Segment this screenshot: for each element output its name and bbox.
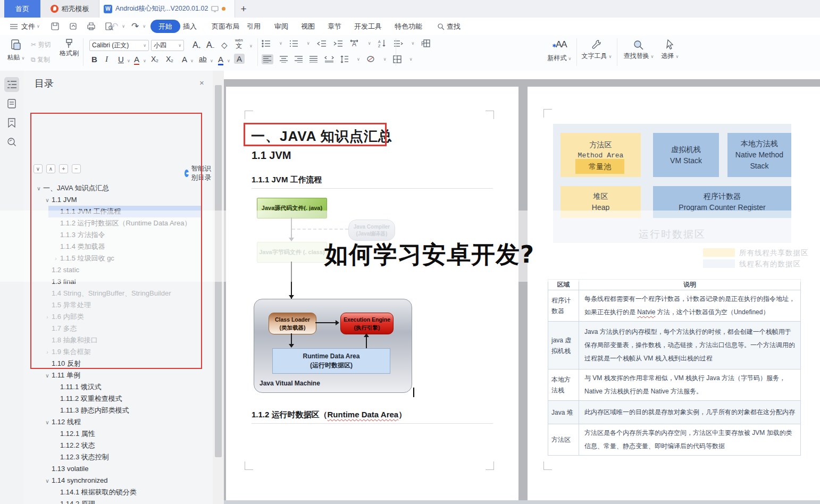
menu-tab-insert[interactable]: 插入	[183, 18, 197, 35]
chevron-down-icon[interactable]: ∨	[190, 58, 194, 63]
chevron-down-icon[interactable]: ∨	[383, 57, 387, 62]
tab-home[interactable]: 首页	[4, 0, 40, 18]
toc-chevron-icon[interactable]: ∨	[43, 417, 52, 428]
menu-tab-devtools[interactable]: 开发工具	[354, 18, 382, 35]
print-icon[interactable]	[87, 22, 96, 31]
superscript-button[interactable]: X2	[151, 55, 158, 63]
toc-item[interactable]: 1.13 volatile	[24, 463, 213, 475]
toc-item[interactable]: 1.14.2 原理	[24, 498, 213, 504]
menu-tab-section[interactable]: 章节	[328, 18, 341, 35]
char-shading-button[interactable]: A	[234, 54, 245, 64]
justify-button[interactable]	[309, 56, 318, 63]
chevron-down-icon[interactable]: ∨	[143, 58, 146, 63]
undo-dropdown-icon[interactable]: ∨	[122, 24, 125, 29]
menu-tab-start[interactable]: 开始	[150, 20, 180, 33]
tab-template[interactable]: 稻壳模板	[40, 0, 99, 18]
new-style-button[interactable]: ✱AA 新样式∨	[546, 39, 573, 63]
chevron-down-icon[interactable]: ∨	[357, 57, 360, 62]
close-icon[interactable]: ×	[199, 78, 204, 87]
toc-item[interactable]: 1.14.1 根据获取的锁分类	[24, 486, 213, 498]
menu-tab-review[interactable]: 审阅	[274, 18, 288, 35]
decrease-indent-icon[interactable]	[317, 40, 327, 47]
clear-format-icon[interactable]: ◇	[221, 40, 228, 50]
chevron-down-icon[interactable]: ∨	[249, 44, 253, 48]
increase-indent-icon[interactable]	[333, 40, 343, 47]
document-page-2[interactable]: 方法区 Method Area 常量池 虚拟机栈 VM Stack 本地方法栈 …	[528, 87, 820, 500]
redo-icon[interactable]: ↷	[131, 21, 139, 32]
format-painter-button[interactable]: 格式刷	[57, 38, 81, 58]
font-size-select[interactable]: 小四∨	[151, 40, 184, 51]
file-menu[interactable]: 文件 ∨	[10, 18, 40, 35]
show-marks-icon[interactable]	[394, 40, 403, 47]
chevron-down-icon[interactable]: ∨	[412, 41, 415, 46]
underline-button[interactable]: U	[118, 55, 124, 64]
new-tab-button[interactable]: +	[236, 1, 252, 16]
document-page-1[interactable]: 一、JAVA 知识点汇总 1.1 JVM 1.1.1 JVM 工作流程 Java…	[226, 87, 518, 500]
notes-panel-button[interactable]	[4, 96, 19, 111]
cut-button[interactable]: ✂ 剪切	[31, 40, 51, 49]
menu-tab-view[interactable]: 视图	[301, 18, 315, 35]
tab-document[interactable]: W Android核心知识...V2020.01.02	[99, 0, 235, 18]
strikethrough-button[interactable]: A	[134, 55, 139, 65]
chevron-down-icon[interactable]: ∨	[210, 58, 213, 63]
text-frame-icon[interactable]: F	[421, 39, 430, 47]
svg-text:A: A	[378, 40, 381, 44]
align-center-button[interactable]	[280, 56, 288, 63]
increase-font-button[interactable]: A+	[193, 40, 200, 50]
bullet-list-icon[interactable]	[262, 40, 271, 47]
sort-icon[interactable]: AZ	[378, 39, 387, 47]
char-scale-icon[interactable]: A	[350, 39, 359, 47]
text-effects-button[interactable]: A	[182, 55, 187, 64]
text-tool-button[interactable]: 文字工具∨	[580, 39, 614, 61]
select-button[interactable]: 选择∨	[658, 39, 682, 61]
toc-item[interactable]: ∨1.11 单例	[24, 369, 213, 381]
toc-item[interactable]: ∨1.14 synchronized	[24, 475, 213, 486]
italic-button[interactable]: I	[105, 55, 108, 64]
toc-item[interactable]: 1.11.1 饿汉式	[24, 381, 213, 393]
save-icon[interactable]	[51, 22, 60, 31]
export-icon[interactable]	[69, 22, 78, 31]
more-dropdown-icon[interactable]: ∨	[143, 24, 146, 29]
chevron-down-icon[interactable]: ∨	[368, 41, 371, 46]
font-color-button[interactable]: A	[218, 55, 223, 65]
chevron-down-icon[interactable]: ∨	[307, 41, 310, 46]
toc-item[interactable]: 1.12.1 属性	[24, 428, 213, 440]
copy-button[interactable]: ⧉ 复制	[31, 55, 50, 64]
toc-chevron-icon[interactable]: ∨	[43, 370, 52, 381]
toc-item[interactable]: 1.11.3 静态内部类模式	[24, 405, 213, 416]
chevron-down-icon[interactable]: ∨	[127, 58, 130, 63]
menu-tab-reference[interactable]: 引用	[247, 18, 261, 35]
pinyin-switch-button[interactable]: wén文	[235, 38, 243, 49]
subscript-button[interactable]: X2	[166, 55, 173, 63]
toc-item[interactable]: 1.11.2 双重检查模式	[24, 393, 213, 405]
paste-button[interactable]: 粘贴∨	[5, 38, 27, 62]
chevron-down-icon[interactable]: ∨	[279, 41, 282, 46]
toc-item[interactable]: ∨1.12 线程	[24, 416, 213, 428]
bold-button[interactable]: B	[91, 55, 97, 64]
cursor-arrow-icon	[665, 39, 675, 51]
menu-tab-pagelayout[interactable]: 页面布局	[212, 18, 239, 35]
align-left-button[interactable]	[262, 54, 273, 64]
search-panel-button[interactable]	[4, 135, 19, 149]
distribute-button[interactable]	[324, 56, 334, 63]
toc-item[interactable]: 1.12.2 状态	[24, 440, 213, 451]
highlight-button[interactable]: ab	[199, 55, 206, 63]
font-name-select[interactable]: Calibri (正文)∨	[89, 40, 149, 51]
numbered-list-icon[interactable]	[289, 40, 298, 47]
find-replace-button[interactable]: 查找替换∨	[621, 39, 656, 61]
bookmark-panel-button[interactable]	[4, 115, 19, 130]
chevron-down-icon[interactable]: ∨	[227, 58, 230, 63]
menu-tab-features[interactable]: 特色功能	[395, 18, 422, 35]
decrease-font-button[interactable]: A−	[206, 40, 214, 50]
menu-find[interactable]: 查找	[437, 18, 461, 35]
shading-button[interactable]	[366, 55, 375, 63]
align-right-button[interactable]	[295, 56, 303, 63]
toc-chevron-icon[interactable]: ∨	[43, 475, 52, 486]
chevron-down-icon[interactable]: ∨	[409, 57, 413, 62]
horizontal-scrollbar[interactable]	[224, 500, 820, 504]
undo-icon[interactable]: ↶	[111, 21, 118, 32]
borders-button[interactable]	[393, 55, 401, 63]
toc-item[interactable]: 1.12.3 状态控制	[24, 451, 213, 463]
toc-panel-button[interactable]	[4, 77, 19, 92]
line-spacing-button[interactable]	[340, 55, 349, 63]
